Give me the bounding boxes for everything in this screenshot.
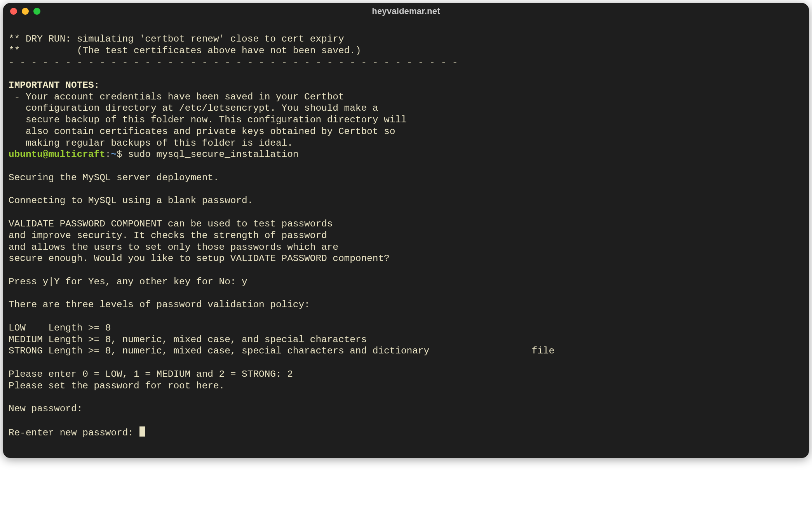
prompt-user-host: ubuntu@multicraft [9,149,105,160]
prompt-line: ubuntu@multicraft:~$ sudo mysql_secure_i… [9,149,299,160]
output-line: Please enter 0 = LOW, 1 = MEDIUM and 2 =… [9,369,293,379]
output-line: Press y|Y for Yes, any other key for No:… [9,277,247,287]
output-line: Securing the MySQL server deployment. [9,172,219,183]
input-line[interactable]: Re-enter new password: [9,428,145,438]
output-line: configuration directory at /etc/letsencr… [9,103,378,113]
output-line: secure backup of this folder now. This c… [9,115,407,125]
cursor-icon [139,426,145,437]
command-text: sudo mysql_secure_installation [128,149,298,160]
terminal-window: heyvaldemar.net ** DRY RUN: simulating '… [3,3,809,458]
titlebar: heyvaldemar.net [3,3,809,19]
output-line: - Your account credentials have been sav… [9,92,344,102]
output-line: VALIDATE PASSWORD COMPONENT can be used … [9,219,333,229]
prompt-symbol: $ [117,149,128,160]
output-line: ** DRY RUN: simulating 'certbot renew' c… [9,34,344,44]
output-line: and improve security. It checks the stre… [9,230,327,241]
prompt-text: Re-enter new password: [9,428,139,438]
zoom-icon[interactable] [33,8,40,15]
output-line: LOW Length >= 8 [9,323,111,333]
output-line: ** (The test certificates above have not… [9,45,361,56]
output-line: secure enough. Would you like to setup V… [9,253,390,264]
close-icon[interactable] [10,8,17,15]
output-line: There are three levels of password valid… [9,299,310,310]
output-line: Connecting to MySQL using a blank passwo… [9,195,253,206]
output-line: MEDIUM Length >= 8, numeric, mixed case,… [9,334,367,345]
output-line: STRONG Length >= 8, numeric, mixed case,… [9,346,554,356]
output-line: and allows the users to set only those p… [9,242,338,252]
output-heading: IMPORTANT NOTES: [9,80,99,90]
terminal-body[interactable]: ** DRY RUN: simulating 'certbot renew' c… [3,19,809,458]
output-line: making regular backups of this folder is… [9,138,293,148]
output-line: also contain certificates and private ke… [9,126,395,137]
minimize-icon[interactable] [22,8,29,15]
output-line: New password: [9,404,82,414]
output-line: Please set the password for root here. [9,381,225,391]
prompt-path: ~ [111,149,117,160]
prompt-colon: : [105,149,111,160]
traffic-lights [10,8,40,15]
window-title: heyvaldemar.net [372,6,440,16]
output-line: - - - - - - - - - - - - - - - - - - - - … [9,57,458,67]
